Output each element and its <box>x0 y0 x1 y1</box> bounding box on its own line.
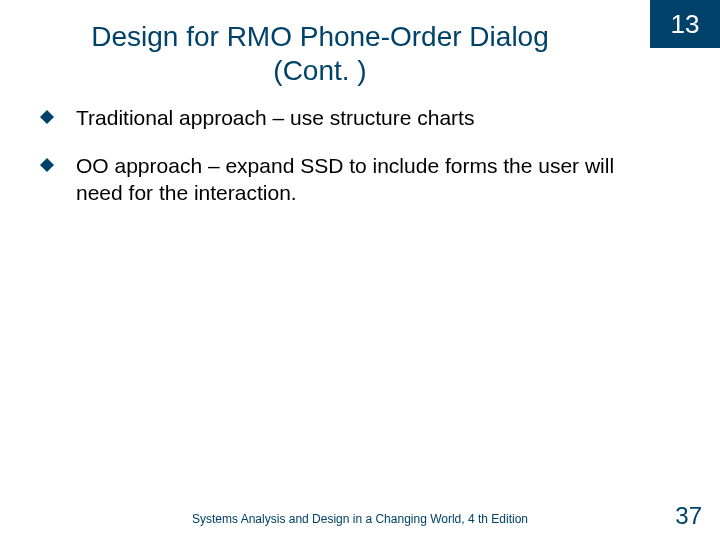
title-line-2: (Cont. ) <box>273 55 366 86</box>
page-number: 37 <box>675 502 702 530</box>
list-item: Traditional approach – use structure cha… <box>40 105 660 131</box>
bullet-text: Traditional approach – use structure cha… <box>76 105 660 131</box>
list-item: OO approach – expand SSD to include form… <box>40 153 660 206</box>
bullet-text: OO approach – expand SSD to include form… <box>76 153 660 206</box>
svg-marker-0 <box>40 110 54 124</box>
slide-title: Design for RMO Phone-Order Dialog (Cont.… <box>0 20 640 87</box>
svg-marker-1 <box>40 158 54 172</box>
title-line-1: Design for RMO Phone-Order Dialog <box>91 21 549 52</box>
chapter-badge: 13 <box>650 0 720 48</box>
diamond-bullet-icon <box>40 158 54 172</box>
footer-text: Systems Analysis and Design in a Changin… <box>0 512 720 526</box>
chapter-number: 13 <box>671 9 700 40</box>
diamond-bullet-icon <box>40 110 54 124</box>
slide-body: Traditional approach – use structure cha… <box>40 105 660 228</box>
